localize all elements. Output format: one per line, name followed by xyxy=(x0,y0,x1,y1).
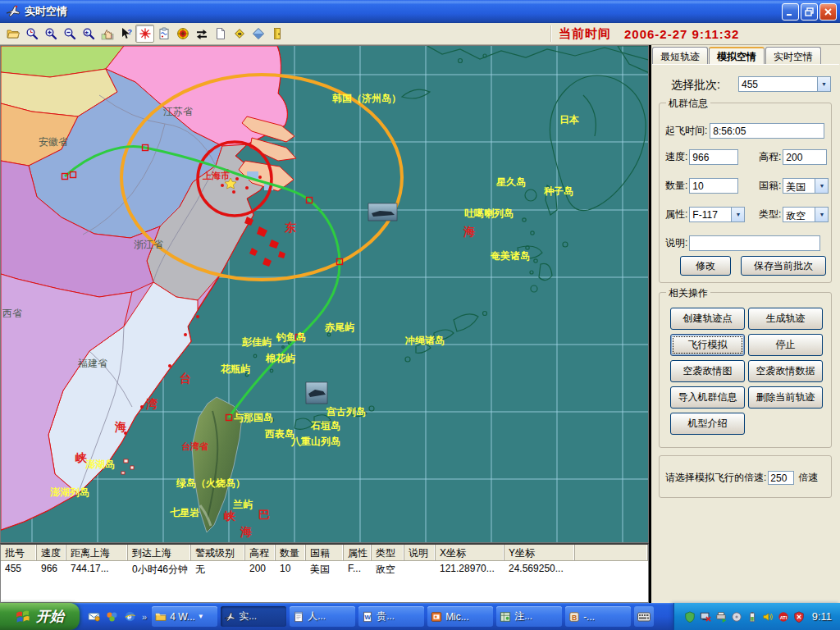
speed-input[interactable] xyxy=(689,149,738,165)
tray-disc-icon[interactable] xyxy=(731,611,742,623)
column-header[interactable]: 批号 xyxy=(1,545,37,560)
swap-arrows-icon[interactable] xyxy=(192,25,211,43)
map-label: 浙江省 xyxy=(134,239,163,250)
ops-button[interactable]: 空袭敌情图 xyxy=(670,360,745,382)
ops-button[interactable]: 空袭敌情数据 xyxy=(748,360,823,382)
tab-0[interactable]: 最短轨迹 xyxy=(652,47,708,64)
type-select[interactable]: 敌空 ▼ xyxy=(783,207,829,222)
task-label: 人... xyxy=(308,609,326,623)
map-canvas[interactable]: 江苏省安徽省浙江省福建省西省上海市台湾省韩国（济州岛）日本星久岛种子岛吐噶喇列岛… xyxy=(1,46,648,542)
map-label: 峡 xyxy=(75,451,87,464)
column-header[interactable]: 说明 xyxy=(404,545,436,560)
nation-select[interactable]: 美国 ▼ xyxy=(783,178,829,194)
ops-button[interactable]: 创建轨迹点 xyxy=(670,308,745,330)
tab-1[interactable]: 模拟空情 xyxy=(709,47,765,64)
column-header[interactable]: 高程 xyxy=(245,545,276,560)
new-document-icon[interactable] xyxy=(211,25,230,43)
task-microsoft-app[interactable]: Mic... xyxy=(427,606,493,627)
quick-launch-chevron[interactable]: » xyxy=(142,612,147,622)
column-header[interactable]: 距离上海 xyxy=(66,545,128,560)
note-input[interactable] xyxy=(689,235,820,251)
zoom-range-icon[interactable]: ± xyxy=(79,25,98,43)
column-header[interactable]: Y坐标 xyxy=(504,545,575,560)
zoom-out-icon[interactable] xyxy=(60,25,79,43)
app-plane-icon xyxy=(5,3,21,20)
tray-print-task-icon[interactable] xyxy=(715,611,727,623)
attr-select[interactable]: F-117 ▼ xyxy=(689,207,745,222)
context-help-icon[interactable]: ? xyxy=(116,25,135,43)
column-header[interactable]: 警戒级别 xyxy=(191,545,245,560)
task-b-app[interactable]: B-... xyxy=(565,606,631,627)
roundel-icon[interactable] xyxy=(173,25,192,43)
quicklaunch-ie-icon[interactable]: e xyxy=(122,609,137,624)
save-batch-button[interactable]: 保存当前批次 xyxy=(741,256,826,276)
tray-network-error-icon[interactable] xyxy=(700,611,711,623)
map-viewport[interactable]: 江苏省安徽省浙江省福建省西省上海市台湾省韩国（济州岛）日本星久岛种子岛吐噶喇列岛… xyxy=(0,45,649,543)
nation-label: 国籍: xyxy=(759,179,781,193)
exit-door-icon[interactable] xyxy=(267,25,286,43)
svg-text:±: ± xyxy=(84,29,88,36)
column-header[interactable]: 类型 xyxy=(372,545,404,560)
map-label: 花瓶屿 xyxy=(220,363,250,375)
start-button[interactable]: 开始 xyxy=(0,603,80,630)
ops-button[interactable]: 删除当前轨迹 xyxy=(748,386,823,409)
count-input[interactable] xyxy=(689,178,738,194)
modify-button[interactable]: 修改 xyxy=(680,256,731,276)
restore-button[interactable] xyxy=(801,3,818,21)
table-cell: 966 xyxy=(37,561,66,576)
chevron-down-icon[interactable]: ▼ xyxy=(815,179,828,193)
map-label: 澎湖列岛 xyxy=(50,486,89,498)
column-header[interactable]: 数量 xyxy=(276,545,306,560)
tray-volume-icon[interactable] xyxy=(762,611,774,623)
chart-clipboard-icon[interactable] xyxy=(154,25,173,43)
quicklaunch-mail-icon[interactable] xyxy=(86,609,101,624)
ops-button[interactable]: 导入机群信息 xyxy=(670,386,745,409)
task-air-situation[interactable]: 实... xyxy=(221,606,286,627)
task-register-app[interactable]: 注... xyxy=(496,606,562,627)
language-keyboard-icon[interactable] xyxy=(634,606,654,627)
chevron-down-icon[interactable]: ▼ xyxy=(815,208,828,221)
chevron-down-icon[interactable]: ▼ xyxy=(731,208,744,221)
ops-button[interactable]: 飞行模拟 xyxy=(670,334,745,356)
table-row[interactable]: 455966744.17...0小时46分钟无20010美国F...敌空121.… xyxy=(1,561,648,576)
chevron-down-icon[interactable]: ▼ xyxy=(817,77,830,91)
table-cell: 744.17... xyxy=(66,561,128,576)
depart-time-input[interactable] xyxy=(710,123,824,139)
ops-button[interactable]: 机型介绍 xyxy=(670,413,745,435)
zoom-in-icon[interactable] xyxy=(41,25,60,43)
task-label: 实... xyxy=(239,609,257,623)
blue-diamond-icon[interactable] xyxy=(249,25,267,43)
task-label: 4 W... xyxy=(170,611,195,623)
close-button[interactable] xyxy=(819,3,837,21)
sun-burst-icon[interactable] xyxy=(135,25,154,43)
tab-2[interactable]: 实时空情 xyxy=(765,47,821,64)
sim-speed-input[interactable] xyxy=(768,471,794,485)
tray-ati-icon[interactable]: ATI xyxy=(778,611,789,623)
altitude-input[interactable] xyxy=(783,149,827,165)
zoom-time-icon[interactable] xyxy=(22,25,41,43)
task-notepad[interactable]: 人... xyxy=(290,606,355,627)
ops-button[interactable]: 生成轨迹 xyxy=(748,308,823,330)
open-file-icon[interactable] xyxy=(3,25,22,43)
column-header[interactable]: 到达上海 xyxy=(128,545,191,560)
type-value: 敌空 xyxy=(783,208,815,221)
pan-hand-icon[interactable] xyxy=(98,25,116,43)
minimize-button[interactable] xyxy=(782,3,799,21)
ops-button[interactable]: 停止 xyxy=(748,334,823,356)
batch-select[interactable]: 455 ▼ xyxy=(738,76,831,92)
tray-battery-icon[interactable] xyxy=(746,611,758,623)
yellow-diamond-icon[interactable] xyxy=(230,25,249,43)
column-header[interactable]: X坐标 xyxy=(436,545,504,560)
svg-text:W: W xyxy=(365,614,372,621)
tray-green-shield-icon[interactable] xyxy=(684,611,696,623)
tray-security-alert-icon[interactable] xyxy=(793,611,805,623)
column-header[interactable]: 速度 xyxy=(37,545,66,560)
related-ops-group: 相关操作 创建轨迹点生成轨迹飞行模拟停止空袭敌情图空袭敌情数据导入机群信息删除当… xyxy=(659,292,832,448)
task-word-doc[interactable]: W贵... xyxy=(358,606,424,627)
column-header[interactable]: 国籍 xyxy=(306,545,344,560)
toolbar-divider xyxy=(550,25,552,42)
column-header[interactable]: 属性 xyxy=(344,545,372,560)
task-folder-group[interactable]: 4 W...▼ xyxy=(152,606,217,627)
quicklaunch-msn-icon[interactable] xyxy=(104,609,119,624)
sim-speed-suffix: 倍速 xyxy=(798,471,818,485)
